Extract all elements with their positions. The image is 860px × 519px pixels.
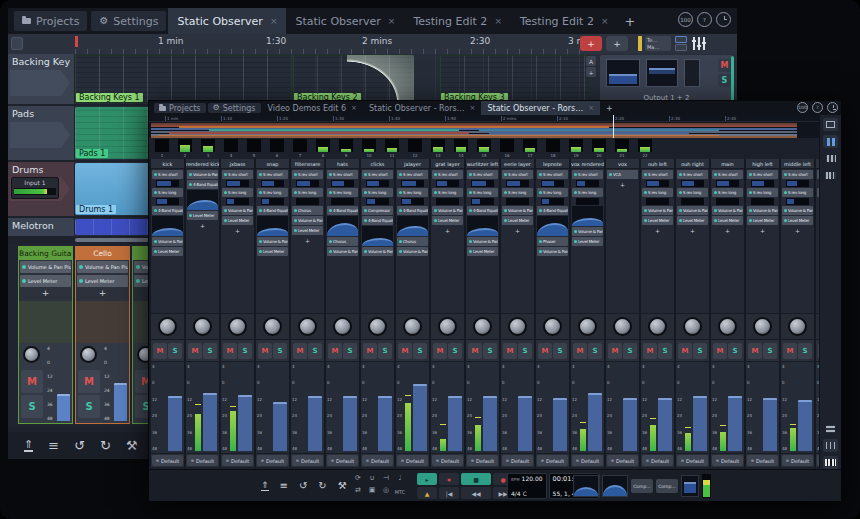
volume-fader[interactable] <box>273 402 287 451</box>
pan-knob[interactable] <box>508 317 527 336</box>
channel-mini-meter[interactable] <box>293 139 307 152</box>
mute-button[interactable]: M <box>293 343 307 359</box>
plugin-chip-chorus[interactable]: Chorus <box>397 237 428 246</box>
plugin-chip-s-rev-long[interactable]: S rev long <box>712 188 743 197</box>
menu-icon[interactable]: ≡ <box>48 439 59 452</box>
channel-mini-meter[interactable] <box>270 139 284 152</box>
volume-fader[interactable] <box>413 384 427 451</box>
channel-mini-meter[interactable] <box>247 139 261 152</box>
solo-button[interactable]: S <box>623 343 637 359</box>
plugin-chip-level-meter[interactable]: Level Meter <box>467 247 498 256</box>
channel-mini-meter[interactable] <box>155 139 169 152</box>
mute-button[interactable]: M <box>783 343 797 359</box>
eq-curve-display[interactable] <box>152 216 183 236</box>
channel-mini-meter[interactable] <box>592 139 606 152</box>
channel-strip-ouh-left[interactable]: ouh leftS rev shortS rev longVolume & Pa… <box>641 159 674 467</box>
channel-strip-main[interactable]: mainS rev shortS rev longVolume & Pan Pl… <box>711 159 744 467</box>
plugin-chip-level-meter[interactable]: Level Meter <box>20 275 71 287</box>
stop-button[interactable]: ■ <box>461 473 491 485</box>
channel-mini-meter[interactable] <box>500 139 514 152</box>
solo-button[interactable]: S <box>203 343 217 359</box>
volume-fader[interactable] <box>308 396 322 451</box>
send-level-bar[interactable] <box>331 180 354 187</box>
send-level-bar[interactable] <box>716 180 739 187</box>
undo-icon[interactable]: ↺ <box>74 439 85 452</box>
send-level-bar[interactable] <box>576 180 599 187</box>
channel-strip-eerie-layer[interactable]: eerie layerS rev shortS rev longVolume &… <box>501 159 534 467</box>
mute-button[interactable]: M <box>643 343 657 359</box>
add-plugin-button[interactable]: + <box>502 226 533 235</box>
add-plugin-button[interactable]: + <box>76 288 129 301</box>
pan-knob[interactable] <box>683 317 702 336</box>
output-panel[interactable]: MSOutput 1 + 2 <box>600 55 733 103</box>
fader-zone[interactable]: 4012243648 <box>641 361 674 453</box>
output-pan-thumb[interactable] <box>646 59 678 87</box>
send-level-bar[interactable] <box>436 198 459 205</box>
send-level-bar[interactable] <box>156 198 179 205</box>
plugin-chip-volume-pan-plugin[interactable]: Volume & Pan Plugin <box>257 237 288 246</box>
send-level-bar[interactable] <box>296 198 319 205</box>
volume-fader[interactable] <box>798 400 812 451</box>
pan-knob[interactable] <box>158 317 177 336</box>
track-lanes-dense-icon[interactable] <box>823 169 838 182</box>
plugin-chip-s-rev-long[interactable]: S rev long <box>572 188 603 197</box>
send-level-bar[interactable] <box>786 198 809 205</box>
mute-button[interactable]: M <box>328 343 342 359</box>
send-level-bar[interactable] <box>261 180 284 187</box>
nav-settings[interactable]: ⚙Settings <box>91 11 166 31</box>
track-lanes-icon[interactable] <box>823 152 838 165</box>
send-level-bar[interactable] <box>646 198 669 205</box>
plugin-chip-4-band-equalizer[interactable]: 4-Band Equalizer <box>397 206 428 215</box>
plugin-chip-s-rev-short[interactable]: S rev short <box>537 170 568 179</box>
solo-button[interactable]: S <box>658 343 672 359</box>
mute-button[interactable]: M <box>468 343 482 359</box>
loop-icon[interactable]: ⟳ <box>351 474 365 486</box>
send-level-bar[interactable] <box>471 198 494 205</box>
master-fader-thumb[interactable] <box>681 475 699 497</box>
tab-close-icon[interactable]: × <box>470 104 476 112</box>
help-badge[interactable]: ? <box>812 102 823 113</box>
mute-button[interactable]: M <box>21 370 43 393</box>
eq-curve-display[interactable] <box>467 216 498 236</box>
plugin-chip-level-meter[interactable]: Level Meter <box>152 247 183 256</box>
tab-close-icon[interactable]: × <box>588 104 594 112</box>
plugin-chip-s-rev-long[interactable]: S rev long <box>642 188 673 197</box>
channel-strip-vox-rendered[interactable]: vox renderedS rev shortS rev longVolume … <box>571 159 604 467</box>
pan-knob[interactable] <box>578 317 597 336</box>
plugin-chip-volume-pan-plugin[interactable]: Volume & Pan Plugin <box>187 170 218 179</box>
send-level-bar[interactable] <box>226 180 249 187</box>
export-icon[interactable]: ⇑ <box>24 439 33 452</box>
send-level-bar[interactable] <box>506 180 529 187</box>
solo-button[interactable]: S <box>798 343 812 359</box>
clip-backing-keys-2[interactable]: Backing Keys 2 <box>293 55 414 103</box>
add-plugin-button[interactable]: + <box>607 180 638 189</box>
plugin-chip-level-meter[interactable]: Level Meter <box>292 226 323 235</box>
levels-icon[interactable] <box>823 422 838 435</box>
pause-bars-icon[interactable] <box>823 135 838 148</box>
fader-zone[interactable]: 4012243648 <box>221 361 254 453</box>
plugin-chip-compressor[interactable]: Compressor <box>362 206 393 215</box>
plugin-chip-s-rev-short[interactable]: S rev short <box>152 170 183 179</box>
timeline-options-button[interactable] <box>11 37 23 50</box>
add-plugin-button[interactable]: + <box>222 226 253 235</box>
plugin-chip-level-meter[interactable]: Level Meter <box>747 216 778 225</box>
eq-curve-display[interactable] <box>187 190 218 210</box>
solo-button[interactable]: S <box>728 343 742 359</box>
master-plugin-button-1[interactable]: Comp… <box>631 479 653 493</box>
preset-button[interactable]: ≡Default <box>572 455 603 466</box>
solo-button[interactable]: S <box>718 74 731 87</box>
plugin-chip-s-rev-short[interactable]: S rev short <box>362 170 393 179</box>
channel-mini-meter[interactable] <box>454 139 468 152</box>
new-tab-button[interactable]: + <box>600 101 619 115</box>
tab-close-icon[interactable]: × <box>388 16 396 26</box>
mixer-sliders-icon[interactable] <box>693 36 705 51</box>
plugin-chip-s-rev-short[interactable]: S rev short <box>782 170 813 179</box>
output-fader-thumb[interactable] <box>606 59 640 87</box>
channel-strip-middle-left[interactable]: middle leftS rev shortS rev longVolume &… <box>781 159 814 467</box>
channel-mini-meter[interactable] <box>523 139 537 152</box>
synth-panel-arrow[interactable] <box>10 122 70 148</box>
minimap-playhead[interactable] <box>613 115 614 138</box>
plugin-chip-volume-pan-plugin[interactable]: Volume & Pan Plugin <box>77 261 128 273</box>
solo-button[interactable]: S <box>763 343 777 359</box>
channel-strip-rendered-kick-2[interactable]: rendered kick 2Volume & Pan Plugin4-Band… <box>186 159 219 467</box>
